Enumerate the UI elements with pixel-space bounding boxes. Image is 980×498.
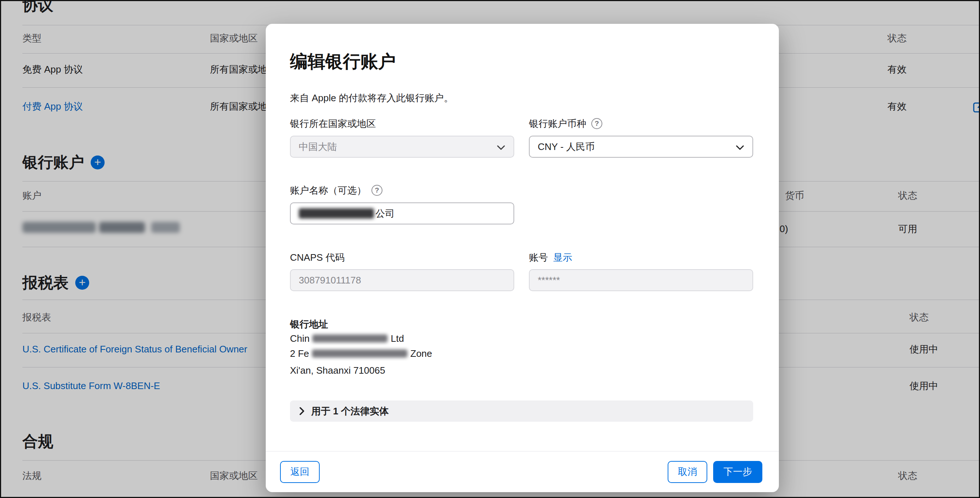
back-button[interactable]: 返回 <box>280 461 320 483</box>
currency-select[interactable]: CNY - 人民币 <box>529 136 753 158</box>
cancel-button[interactable]: 取消 <box>668 461 707 483</box>
account-number-label-row: 账号 显示 <box>529 251 572 264</box>
address-line2-prefix: 2 Fe <box>290 348 309 359</box>
chevron-right-icon <box>299 407 305 416</box>
redacted-address-text <box>312 349 407 358</box>
account-name-help-icon[interactable]: ? <box>371 185 382 196</box>
chevron-down-icon <box>735 145 745 151</box>
bank-address-label: 银行地址 <box>290 319 328 330</box>
currency-value: CNY - 人民币 <box>538 140 595 153</box>
dialog-footer: 返回 取消 下一步 <box>266 451 779 492</box>
bank-address-line2: 2 Fe Zone <box>290 348 432 359</box>
redacted-account-name <box>299 208 374 219</box>
account-name-input[interactable]: 公司 <box>290 202 514 224</box>
dialog-subtitle: 来自 Apple 的付款将存入此银行账户。 <box>290 92 453 103</box>
account-name-label: 账户名称（可选） <box>290 184 366 197</box>
dialog-title: 编辑银行账户 <box>290 51 396 72</box>
account-number-masked-value: ****** <box>538 275 560 286</box>
account-number-input: ****** <box>529 269 753 291</box>
legal-entities-label: 用于 1 个法律实体 <box>311 405 389 418</box>
address-line1-prefix: Chin <box>290 333 309 344</box>
bank-address-line3: Xi'an, Shaanxi 710065 <box>290 365 385 376</box>
account-name-label-row: 账户名称（可选） ? <box>290 184 382 197</box>
bank-country-value: 中国大陆 <box>299 140 337 153</box>
cnaps-value: 308791011178 <box>299 275 361 286</box>
bank-country-label: 银行所在国家或地区 <box>290 118 376 129</box>
account-name-visible-suffix: 公司 <box>375 207 395 220</box>
bank-address-line1: Chin Ltd <box>290 333 404 344</box>
chevron-down-icon <box>496 145 506 151</box>
screen: 协议 类型 国家或地区 状态 免费 App 协议 所有国家或地区 有效 付费 A… <box>0 0 980 498</box>
cnaps-input: 308791011178 <box>290 269 514 291</box>
edit-bank-account-dialog: 编辑银行账户 来自 Apple 的付款将存入此银行账户。 银行所在国家或地区 银… <box>266 24 779 492</box>
footer-right-group: 取消 下一步 <box>668 461 762 483</box>
address-line2-suffix: Zone <box>410 348 432 359</box>
redacted-address-text <box>312 335 388 343</box>
currency-help-icon[interactable]: ? <box>591 118 602 129</box>
currency-label: 银行账户币种 <box>529 117 586 130</box>
cnaps-label: CNAPS 代码 <box>290 252 345 263</box>
address-line1-suffix: Ltd <box>391 333 404 344</box>
bank-country-select: 中国大陆 <box>290 136 514 158</box>
account-number-label: 账号 <box>529 251 548 264</box>
legal-entities-accordion[interactable]: 用于 1 个法律实体 <box>290 400 753 422</box>
next-button[interactable]: 下一步 <box>713 461 762 483</box>
currency-label-row: 银行账户币种 ? <box>529 117 602 130</box>
show-account-number-link[interactable]: 显示 <box>553 251 572 264</box>
